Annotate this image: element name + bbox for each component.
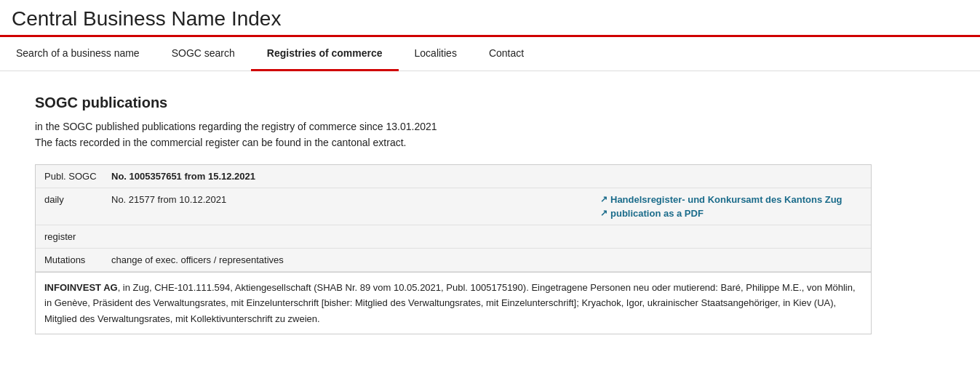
nav-item-registries-of-commerce[interactable]: Registries of commerce (251, 37, 399, 71)
navigation: Search of a business nameSOGC searchRegi… (0, 37, 980, 71)
sogc-table: Publ. SOGCNo. 1005357651 from 15.12.2021… (35, 164, 872, 334)
nav-item-contact[interactable]: Contact (473, 37, 540, 71)
table-row: Mutationschange of exec. officers / repr… (36, 249, 871, 272)
section-title: SOGC publications (35, 95, 945, 111)
row-links: ↗ Handelsregister- und Konkursamt des Ka… (594, 188, 871, 225)
nav-item-sogc-search[interactable]: SOGC search (156, 37, 251, 71)
page-header: Central Business Name Index (0, 0, 980, 37)
row-value: No. 21577 from 10.12.2021 (108, 188, 594, 211)
row-value (108, 225, 871, 237)
external-link-icon: ↗ (600, 194, 607, 204)
row-label: Mutations (36, 249, 108, 271)
main-content: SOGC publications in the SOGC published … (0, 71, 980, 358)
page-title: Central Business Name Index (12, 7, 968, 31)
table-row: dailyNo. 21577 from 10.12.2021↗ Handelsr… (36, 188, 871, 225)
nav-item-localities[interactable]: Localities (399, 37, 473, 71)
row-label: Publ. SOGC (36, 165, 108, 188)
description-row: INFOINVEST AG, in Zug, CHE-101.111.594, … (36, 272, 871, 334)
row-label: register (36, 225, 108, 248)
sogc-link[interactable]: ↗ Handelsregister- und Konkursamt des Ka… (600, 194, 842, 205)
external-link-icon: ↗ (600, 208, 607, 218)
intro-line-2: The facts recorded in the commercial reg… (35, 134, 945, 150)
table-row: register (36, 225, 871, 249)
intro-line-1: in the SOGC published publications regar… (35, 118, 945, 134)
nav-item-search-of-a-business-name[interactable]: Search of a business name (0, 37, 156, 71)
row-label: daily (36, 188, 108, 211)
sogc-link[interactable]: ↗ publication as a PDF (600, 208, 704, 219)
row-value: change of exec. officers / representativ… (108, 249, 871, 271)
table-row: Publ. SOGCNo. 1005357651 from 15.12.2021 (36, 165, 871, 188)
row-value: No. 1005357651 from 15.12.2021 (108, 165, 871, 188)
